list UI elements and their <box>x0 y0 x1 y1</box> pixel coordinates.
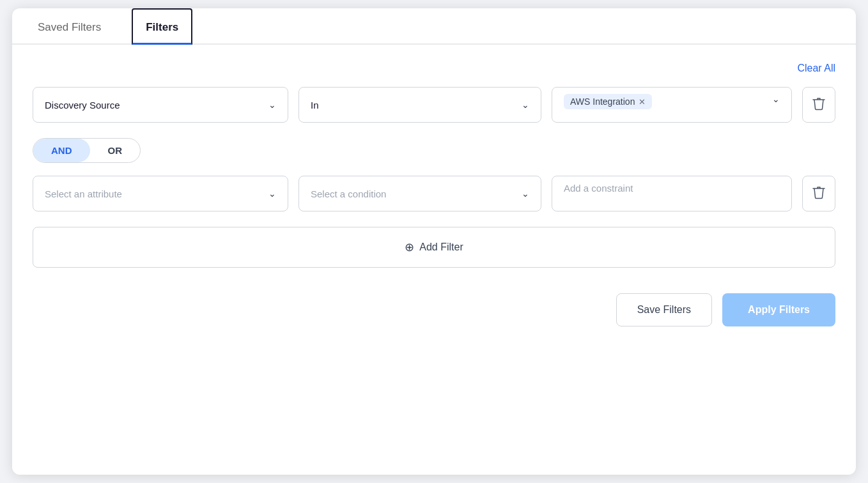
condition-dropdown-2[interactable]: Select a condition ⌄ <box>298 176 541 211</box>
clear-all-button[interactable]: Clear All <box>797 63 835 74</box>
toggle-row: AND OR <box>33 138 835 163</box>
tag-aws-integration: AWS Integration ✕ <box>564 94 652 109</box>
attribute-placeholder-2: Select an attribute <box>45 188 122 199</box>
delete-filter-2-button[interactable] <box>802 176 835 211</box>
filter-panel: Saved Filters Filters Clear All Discover… <box>12 8 856 475</box>
apply-filters-button[interactable]: Apply Filters <box>722 293 835 326</box>
header-row: Clear All <box>33 63 835 74</box>
or-button[interactable]: OR <box>90 139 141 162</box>
and-button[interactable]: AND <box>33 139 90 162</box>
filter-row-2: Select an attribute ⌄ Select a condition… <box>33 176 835 211</box>
add-filter-label: Add Filter <box>419 241 463 253</box>
constraint-placeholder: Add a constraint <box>564 183 633 194</box>
and-or-toggle: AND OR <box>33 138 141 163</box>
delete-filter-1-button[interactable] <box>802 87 835 123</box>
save-filters-button[interactable]: Save Filters <box>616 293 712 326</box>
tag-label: AWS Integration <box>570 96 635 107</box>
chevron-down-icon: ⌄ <box>268 100 276 110</box>
bottom-row: Save Filters Apply Filters <box>33 293 835 326</box>
trash-icon-2 <box>812 185 825 203</box>
add-filter-button[interactable]: ⊕ Add Filter <box>33 227 835 268</box>
condition-dropdown-1[interactable]: In ⌄ <box>298 87 541 123</box>
attribute-dropdown-1[interactable]: Discovery Source ⌄ <box>33 87 288 123</box>
panel-body: Clear All Discovery Source ⌄ In ⌄ AWS In… <box>12 45 856 347</box>
chevron-down-icon-4: ⌄ <box>268 188 276 199</box>
condition-placeholder-2: Select a condition <box>311 188 386 199</box>
tab-saved-filters[interactable]: Saved Filters <box>33 10 106 45</box>
chevron-down-icon-5: ⌄ <box>522 188 529 199</box>
trash-icon <box>812 96 825 114</box>
plus-circle-icon: ⊕ <box>405 240 414 254</box>
add-filter-row: ⊕ Add Filter <box>33 227 835 268</box>
attribute-dropdown-2[interactable]: Select an attribute ⌄ <box>33 176 288 211</box>
chevron-down-icon-3: ⌄ <box>772 94 780 104</box>
constraint-input[interactable]: Add a constraint <box>552 176 792 211</box>
tab-bar: Saved Filters Filters <box>12 8 856 45</box>
attribute-label-1: Discovery Source <box>45 100 120 111</box>
values-dropdown-1[interactable]: AWS Integration ✕ ⌄ <box>552 87 792 123</box>
values-inner: AWS Integration ✕ <box>564 94 763 109</box>
filter-row-1: Discovery Source ⌄ In ⌄ AWS Integration … <box>33 87 835 123</box>
condition-label-1: In <box>311 100 319 111</box>
tab-filters[interactable]: Filters <box>132 8 192 45</box>
tag-close-icon[interactable]: ✕ <box>639 98 646 106</box>
chevron-down-icon-2: ⌄ <box>522 100 529 110</box>
